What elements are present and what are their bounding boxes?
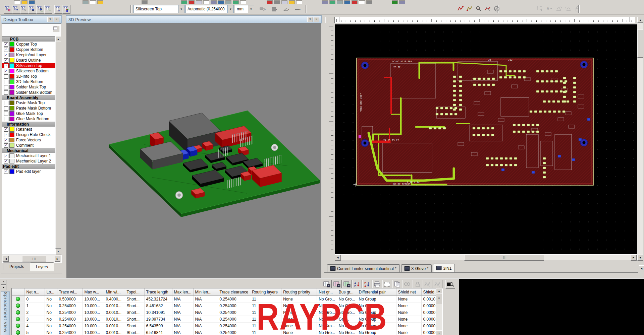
- table-cell[interactable]: N/A: [172, 323, 193, 329]
- table-cell[interactable]: Gro...: [337, 316, 357, 323]
- table-cell[interactable]: 0.0010...: [104, 303, 125, 309]
- undock-panel-button[interactable]: ▾: [47, 17, 53, 22]
- design-toolbox-header[interactable]: Design Toolbox ▾ ×: [1, 15, 62, 23]
- lock-icon[interactable]: [573, 4, 582, 13]
- table-cell[interactable]: No Gro...: [337, 329, 357, 335]
- layer-row[interactable]: ✓Ratsnest: [2, 127, 56, 132]
- toolbar-icon-stub[interactable]: [83, 0, 89, 4]
- table-cell[interactable]: No: [45, 316, 57, 323]
- table-cell[interactable]: 0.0010...: [104, 323, 125, 329]
- table-cell[interactable]: 10.000...: [83, 309, 104, 316]
- layer-selector-dropdown[interactable]: Silkscreen Top ▼: [133, 5, 184, 13]
- table-cell[interactable]: N/A: [193, 296, 218, 303]
- table-cell[interactable]: N/A: [172, 296, 193, 303]
- layer-row[interactable]: 3D-Info Top: [2, 74, 56, 79]
- table-column-header[interactable]: Routing priority: [281, 288, 317, 296]
- table-cell[interactable]: No: [45, 323, 57, 329]
- layer-row[interactable]: ✓Copper Top: [2, 42, 56, 47]
- table-cell[interactable]: None: [281, 296, 317, 303]
- table-cell[interactable]: 0.4000...: [104, 296, 125, 303]
- print-button[interactable]: [372, 280, 382, 289]
- vscroll-thumb[interactable]: ≡: [436, 293, 442, 304]
- layer-visibility-checkbox[interactable]: ✓: [4, 48, 8, 52]
- table-cell[interactable]: No Gro...: [337, 303, 357, 309]
- scroll-left-icon[interactable]: ◀: [3, 256, 9, 262]
- table-cell[interactable]: 11: [250, 296, 281, 303]
- toolbar-icon-stub[interactable]: [344, 0, 350, 4]
- table-cell[interactable]: None: [396, 316, 421, 323]
- table-column-header[interactable]: Min len...: [193, 288, 218, 296]
- table-cell[interactable]: 0.254000: [57, 303, 83, 309]
- filter-button-7[interactable]: A: [54, 5, 62, 14]
- editor-vscrollbar[interactable]: ▲ ▼: [637, 17, 643, 260]
- table-cell[interactable]: 10.000...: [83, 316, 104, 323]
- toolbox-options-button[interactable]: [53, 26, 59, 32]
- table-row[interactable]: 0No0.50000010.000...0.4000...Short...452…: [12, 296, 440, 303]
- scroll-right-icon[interactable]: ▶: [55, 256, 60, 262]
- route-inspect-icon[interactable]: [474, 4, 483, 13]
- table-cell[interactable]: 5: [24, 329, 45, 335]
- close-panel-button[interactable]: ×: [54, 17, 59, 22]
- scroll-left-icon[interactable]: ◀: [335, 255, 341, 261]
- table-cell[interactable]: 10.000...: [83, 303, 104, 309]
- toolbar-icon-stub[interactable]: [281, 0, 287, 4]
- table-column-header[interactable]: Bus gr...: [337, 288, 357, 296]
- table-cell[interactable]: 10.000...: [83, 296, 104, 303]
- table-cell[interactable]: No Gro...: [317, 329, 337, 335]
- table-cell[interactable]: 2: [24, 309, 45, 316]
- find-button[interactable]: [402, 280, 412, 289]
- route-edit-icon[interactable]: [465, 4, 474, 13]
- expand-dock-button[interactable]: ▸: [1, 285, 6, 290]
- toolbar-icon-stub[interactable]: [359, 0, 365, 4]
- table-row[interactable]: 3No0.25400010.000...0.0010...Short...19.…: [12, 316, 440, 323]
- table-cell[interactable]: Short...: [125, 329, 144, 335]
- paint-style-button[interactable]: ▾: [257, 5, 268, 13]
- table-cell[interactable]: No Gro...: [317, 303, 337, 309]
- layer-visibility-checkbox[interactable]: ✓: [4, 159, 8, 163]
- table-cell[interactable]: 10.000...: [83, 329, 104, 335]
- filter-button-2[interactable]: [12, 5, 20, 14]
- route-tool-disabled-button[interactable]: [423, 280, 432, 289]
- toolbar-icon-stub[interactable]: [142, 0, 148, 4]
- nets-table[interactable]: Net n...Lo...Trace wi...Max w...Min wi..…: [12, 288, 440, 335]
- toolbar-icon-stub[interactable]: [399, 0, 405, 4]
- table-cell[interactable]: No: [45, 296, 57, 303]
- layer-row[interactable]: ✓Silkscreen Bottom: [2, 68, 56, 74]
- dock-side-strip[interactable]: Spreadsheet View: [1, 291, 10, 335]
- fill-style-button[interactable]: ▾: [269, 5, 280, 13]
- table-column-header[interactable]: Max w...: [83, 288, 104, 296]
- select-region-button[interactable]: [382, 280, 392, 289]
- select-region-icon[interactable]: [535, 4, 544, 13]
- table-cell[interactable]: 452.321724: [144, 296, 172, 303]
- layer-row[interactable]: ✓Keepin/out Layer: [2, 52, 56, 58]
- table-cell[interactable]: 11: [250, 329, 281, 335]
- table-column-header[interactable]: Lo...: [45, 288, 57, 296]
- table-cell[interactable]: 0.254000: [57, 323, 83, 329]
- toolbar-icon-stub[interactable]: [218, 0, 224, 4]
- pcb-canvas[interactable]: DC-DC EC70-305VERS RTC 2007J8J1223 2224 …: [335, 24, 637, 255]
- layer-list-hscrollbar[interactable]: ◀ | | | ▶: [2, 255, 62, 263]
- layer-row[interactable]: ✓Board Outline: [2, 58, 56, 63]
- layer-row[interactable]: Paste Mask Bottom: [2, 106, 56, 111]
- table-cell[interactable]: 0.254000: [218, 309, 250, 316]
- toolbar-icon-stub[interactable]: [289, 0, 295, 4]
- layer-row[interactable]: ✓Silkscreen Top: [2, 63, 56, 68]
- table-cell[interactable]: No Group: [357, 309, 396, 316]
- layer-visibility-checkbox[interactable]: [4, 101, 8, 105]
- table-column-header[interactable]: Routing layers: [250, 288, 281, 296]
- table-column-header[interactable]: Min wi...: [104, 288, 125, 296]
- table-cell[interactable]: None: [281, 323, 317, 329]
- table-cell[interactable]: 11: [250, 309, 281, 316]
- layer-visibility-checkbox[interactable]: [4, 80, 8, 84]
- table-column-header[interactable]: [12, 288, 24, 296]
- toolbar-icon-stub[interactable]: [329, 0, 335, 4]
- layer-visibility-checkbox[interactable]: [4, 85, 8, 89]
- table-row[interactable]: 2No0.25400010.000...0.0010...Short...10.…: [12, 309, 440, 316]
- table-cell[interactable]: N/A: [193, 303, 218, 309]
- layer-visibility-checkbox[interactable]: ✓: [4, 42, 8, 47]
- scroll-up-icon[interactable]: ▲: [436, 288, 442, 294]
- copy-button[interactable]: [392, 280, 402, 289]
- table-cell[interactable]: No: [45, 309, 57, 316]
- table-cell[interactable]: None: [281, 329, 317, 335]
- sort-ascending-button[interactable]: AZ: [352, 280, 362, 289]
